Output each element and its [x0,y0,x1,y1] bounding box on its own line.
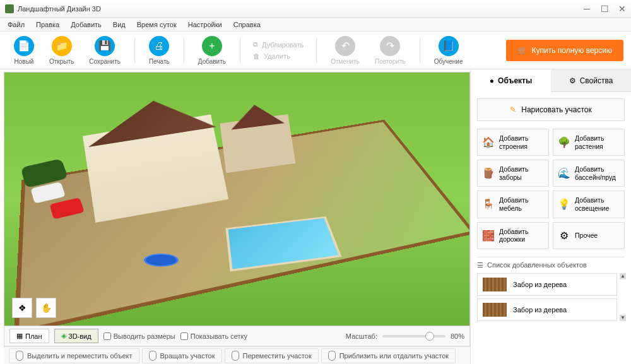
sidebar: ●Объекты ⚙Свойства ✎Нарисовать участок 🏠… [470,69,631,364]
pencil-icon: ✎ [510,105,516,114]
menubar: Файл Правка Добавить Вид Время суток Нас… [0,18,631,32]
add-buildings-button[interactable]: 🏠Добавить строения [477,129,549,156]
copy-icon: ⧉ [253,40,258,49]
book-icon: 📘 [439,36,459,56]
objects-list-header: ☰Список добавленных объектов [477,257,625,273]
fence-icon: 🪵 [481,167,495,180]
menu-edit[interactable]: Правка [31,19,64,30]
misc-icon: ⚙ [557,228,571,242]
plan-view-button[interactable]: ▦План [9,329,49,343]
disk-icon: 💾 [95,36,115,56]
add-pool-button[interactable]: 🌊Добавить бассейн/пруд [553,160,625,187]
menu-file[interactable]: Файл [3,19,30,30]
redo-icon: ↷ [380,36,400,56]
menu-help[interactable]: Справка [228,19,266,30]
add-button[interactable]: + Добавить [192,33,232,68]
folder-icon: 📁 [52,36,72,56]
bricks-icon: 🧱 [481,228,495,242]
pan-button[interactable]: ✋ [36,298,56,318]
printer-icon: 🖨 [149,36,169,56]
gear-icon: ⚙ [569,76,576,85]
add-plants-button[interactable]: 🌳Добавить растения [553,129,625,156]
window-title: Ландшафтный Дизайн 3D [18,5,101,13]
rotate-tool[interactable]: Вращать участок [142,348,222,363]
maximize-button[interactable]: ☐ [601,5,608,13]
other-button[interactable]: ⚙Прочее [553,222,625,249]
add-furniture-button[interactable]: 🪑Добавить мебель [477,191,549,218]
objects-icon: ● [490,76,494,85]
trash-icon: 🗑 [253,52,260,60]
cart-icon: 🛒 [517,46,527,55]
delete-button[interactable]: 🗑Удалить [248,51,309,61]
scale-label: Масштаб: [346,332,377,340]
move-tool[interactable]: Переместить участок [225,348,319,363]
list-item[interactable]: Забор из дерева [477,298,617,321]
minimize-button[interactable]: ─ [583,5,591,13]
menu-settings[interactable]: Настройки [183,19,227,30]
3d-viewport[interactable]: ❖ ✋ [4,72,470,326]
add-paths-button[interactable]: 🧱Добавить дорожки [477,222,549,249]
scale-slider[interactable] [382,335,445,338]
status-bar: Выделить и переместить объект Вращать уч… [4,346,470,364]
scene-render [4,73,469,326]
menu-view[interactable]: Вид [108,19,131,30]
plus-icon: + [202,36,222,56]
save-button[interactable]: 💾 Сохранить [83,33,127,68]
add-lighting-button[interactable]: 💡Добавить освещение [553,191,625,218]
mouse-icon [16,351,23,361]
file-icon: 📄 [14,36,34,56]
object-category-grid: 🏠Добавить строения 🌳Добавить растения 🪵Д… [477,129,625,249]
titlebar: Ландшафтный Дизайн 3D ─ ☐ ✕ [0,0,631,18]
objects-list: Забор из дерева Забор из дерева ▲ ▼ [477,273,625,321]
pool-icon: 🌊 [557,167,571,180]
3d-view-button[interactable]: ◈3D-вид [54,329,98,343]
show-sizes-checkbox[interactable]: Выводить размеры [103,332,175,340]
mouse-icon [232,351,239,361]
lamp-icon: 💡 [557,197,571,211]
house-icon: 🏠 [481,136,495,150]
menu-add[interactable]: Добавить [66,19,107,30]
app-logo-icon [5,4,14,13]
view-options-bar: ▦План ◈3D-вид Выводить размеры Показыват… [4,326,470,346]
menu-time[interactable]: Время суток [132,19,182,30]
plan-icon: ▦ [16,332,23,340]
show-grid-checkbox[interactable]: Показывать сетку [180,332,247,340]
list-item[interactable]: Забор из дерева [477,273,617,296]
buy-button[interactable]: 🛒 Купить полную версию [506,40,623,61]
fence-thumbnail [483,303,507,317]
open-button[interactable]: 📁 Открыть [43,33,80,68]
new-button[interactable]: 📄 Новый [8,33,40,68]
undo-icon: ↶ [335,36,355,56]
print-button[interactable]: 🖨 Печать [143,33,176,68]
zoom-tool[interactable]: Приблизить или отдалить участок [321,348,456,363]
cube-icon: ◈ [61,332,66,340]
tutorial-button[interactable]: 📘 Обучение [428,33,469,68]
scale-value: 80% [451,332,464,340]
tab-properties[interactable]: ⚙Свойства [551,69,631,92]
toolbar: 📄 Новый 📁 Открыть 💾 Сохранить 🖨 Печать +… [0,32,631,69]
layers-icon: ☰ [477,261,483,269]
scroll-down-icon[interactable]: ▼ [620,315,626,321]
list-scrollbar[interactable]: ▲ ▼ [620,273,626,321]
mouse-icon [328,351,336,361]
mouse-icon [149,351,156,361]
orbit-button[interactable]: ❖ [12,298,32,318]
chair-icon: 🪑 [481,197,495,211]
tree-icon: 🌳 [557,136,571,150]
close-button[interactable]: ✕ [618,5,626,13]
redo-button[interactable]: ↷ Повторить [369,33,412,68]
undo-button[interactable]: ↶ Отменить [324,33,366,68]
select-tool[interactable]: Выделить и переместить объект [9,348,139,363]
fence-thumbnail [483,278,507,291]
duplicate-button[interactable]: ⧉Дублировать [248,39,309,50]
tab-objects[interactable]: ●Объекты [471,69,551,92]
add-fences-button[interactable]: 🪵Добавить заборы [477,160,549,187]
scroll-up-icon[interactable]: ▲ [620,273,626,279]
draw-plot-button[interactable]: ✎Нарисовать участок [477,98,625,121]
